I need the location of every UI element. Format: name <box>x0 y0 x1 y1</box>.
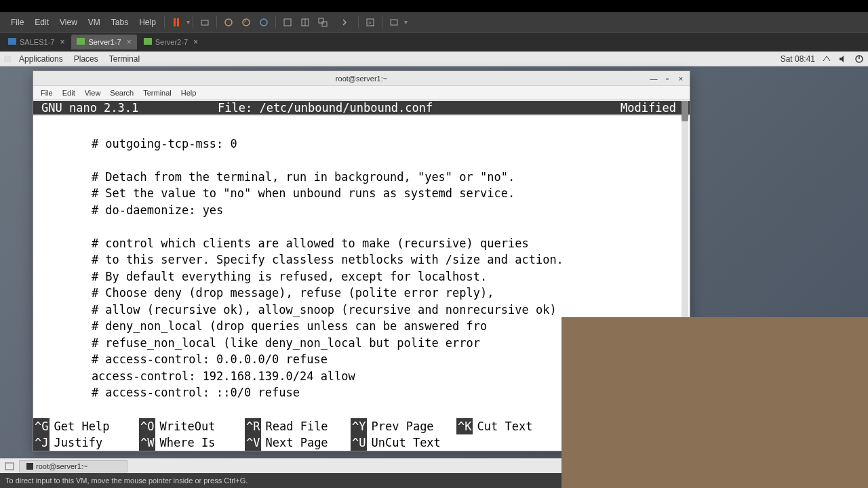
svg-rect-13 <box>77 38 85 45</box>
places-menu[interactable]: Places <box>68 54 104 64</box>
window-title: root@server1:~ <box>336 75 387 83</box>
term-menu-file[interactable]: File <box>36 89 58 97</box>
minimize-button[interactable]: — <box>648 73 660 84</box>
taskbar-item-label: root@server1:~ <box>36 462 87 470</box>
status-text: To direct input to this VM, move the mou… <box>5 476 248 485</box>
revert-icon[interactable] <box>239 16 253 29</box>
menu-view[interactable]: View <box>54 18 83 27</box>
nano-cmd: ^RRead File <box>245 418 351 434</box>
view-unity-icon[interactable] <box>316 16 330 29</box>
tab-server1-7[interactable]: Server1-7× <box>71 35 136 49</box>
svg-text:>_: >_ <box>368 20 375 26</box>
terminal-menu[interactable]: Terminal <box>104 54 145 64</box>
view-multi-icon[interactable] <box>298 16 312 29</box>
snapshot-icon[interactable] <box>222 16 235 29</box>
svg-rect-11 <box>391 20 397 25</box>
nano-cmd: ^KCut Text <box>456 418 562 434</box>
nano-header: GNU nano 2.3.1 File: /etc/unbound/unboun… <box>33 100 690 116</box>
menu-help[interactable]: Help <box>134 18 161 27</box>
menu-vm[interactable]: VM <box>83 18 106 27</box>
vmware-menubar: File Edit View VM Tabs Help ▾ >_ ▾ <box>0 12 868 33</box>
taskbar-item[interactable]: root@server1:~ <box>19 460 127 472</box>
volume-icon[interactable] <box>838 54 848 64</box>
webcam-overlay <box>561 317 868 488</box>
show-desktop-icon[interactable] <box>3 460 16 472</box>
svg-point-1 <box>225 19 232 26</box>
term-menu-search[interactable]: Search <box>105 89 138 97</box>
nano-cmd: ^WWhere Is <box>139 434 245 451</box>
manage-icon[interactable] <box>257 16 271 29</box>
nano-cmd: ^YPrev Page <box>351 418 456 434</box>
close-icon[interactable]: × <box>127 37 132 47</box>
maximize-button[interactable]: ▫ <box>661 73 673 84</box>
dropdown-chevron-icon[interactable]: ▾ <box>404 18 408 26</box>
vm-icon <box>144 38 152 46</box>
vm-tabbar: SALES1-7× Server1-7× Server2-7× <box>0 33 868 52</box>
fullscreen-icon[interactable]: >_ <box>363 16 377 29</box>
term-menu-view[interactable]: View <box>80 89 106 97</box>
tab-server2-7[interactable]: Server2-7× <box>138 35 203 49</box>
view-console-icon[interactable] <box>340 16 353 29</box>
pause-icon[interactable] <box>170 16 183 29</box>
separator <box>275 16 276 28</box>
separator <box>216 16 217 28</box>
svg-point-2 <box>243 19 250 26</box>
svg-point-3 <box>260 19 267 26</box>
separator <box>382 16 382 28</box>
network-icon[interactable] <box>822 54 831 64</box>
menu-tabs[interactable]: Tabs <box>106 18 134 27</box>
separator <box>193 16 193 28</box>
nano-cmd: ^UUnCut Text <box>351 434 456 451</box>
nano-filename: File: /etc/unbound/unbound.conf <box>218 101 620 115</box>
nano-cmd: ^OWriteOut <box>139 418 245 434</box>
term-menu-terminal[interactable]: Terminal <box>138 89 176 97</box>
nano-cmd: ^VNext Page <box>245 434 351 451</box>
power-icon[interactable] <box>854 54 864 64</box>
nano-modified: Modified <box>620 101 682 115</box>
nano-cmd: ^JJustify <box>33 434 139 451</box>
svg-rect-4 <box>284 19 291 26</box>
dropdown-chevron-icon[interactable]: ▾ <box>186 18 190 26</box>
clock[interactable]: Sat 08:41 <box>781 54 815 64</box>
svg-rect-0 <box>201 20 208 25</box>
send-ctrlaltdel-icon[interactable] <box>198 16 212 29</box>
tab-sales1-7[interactable]: SALES1-7× <box>3 35 70 49</box>
nano-version: GNU nano 2.3.1 <box>41 101 218 115</box>
applications-icon <box>4 56 11 62</box>
window-titlebar[interactable]: root@server1:~ — ▫ × <box>33 71 690 86</box>
menu-edit[interactable]: Edit <box>29 18 54 27</box>
close-icon[interactable]: × <box>60 37 64 47</box>
tab-label: Server2-7 <box>155 38 188 46</box>
view-single-icon[interactable] <box>281 16 294 29</box>
close-icon[interactable]: × <box>193 37 198 47</box>
svg-rect-7 <box>319 18 323 23</box>
terminal-icon <box>26 463 33 470</box>
svg-rect-8 <box>322 22 327 26</box>
terminal-menubar: File Edit View Search Terminal Help <box>33 86 690 100</box>
svg-rect-17 <box>5 463 14 470</box>
vm-icon <box>77 38 85 46</box>
gnome-panel: Applications Places Terminal Sat 08:41 <box>0 52 868 66</box>
svg-rect-14 <box>144 38 152 45</box>
nano-cmd: ^GGet Help <box>33 418 139 434</box>
menu-file[interactable]: File <box>5 18 29 27</box>
separator <box>358 16 359 28</box>
tab-label: SALES1-7 <box>20 38 54 46</box>
tab-label: Server1-7 <box>88 38 121 46</box>
svg-rect-12 <box>8 38 16 45</box>
close-button[interactable]: × <box>675 73 687 84</box>
stretch-icon[interactable] <box>387 16 401 29</box>
vm-icon <box>8 38 16 46</box>
applications-menu[interactable]: Applications <box>14 54 68 64</box>
term-menu-help[interactable]: Help <box>176 89 201 97</box>
term-menu-edit[interactable]: Edit <box>58 89 80 97</box>
separator <box>164 16 165 28</box>
vm-titlebar <box>0 0 868 12</box>
scrollbar-thumb[interactable] <box>682 101 688 121</box>
